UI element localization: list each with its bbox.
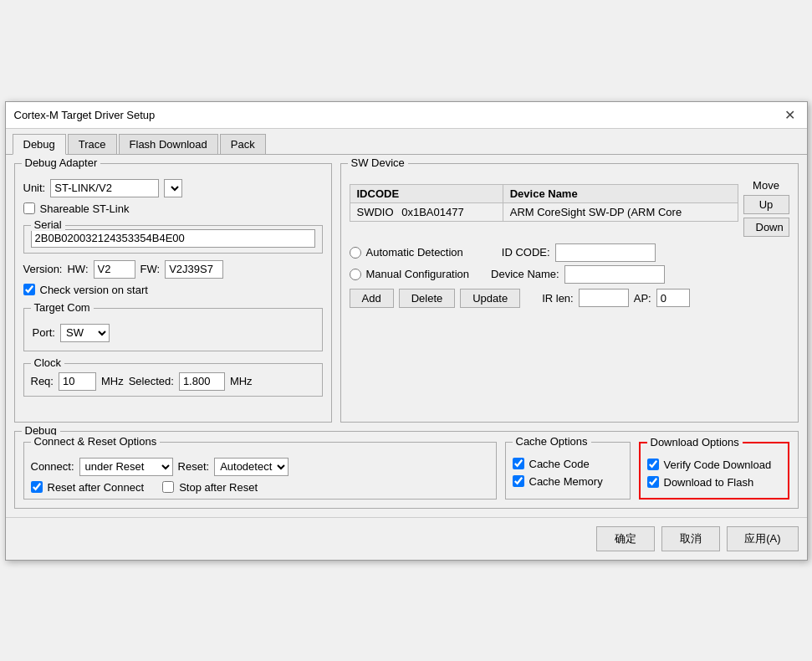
- unit-input[interactable]: [50, 179, 159, 197]
- tab-bar: Debug Trace Flash Download Pack: [6, 129, 807, 155]
- sw-device-group: SW Device IDCODE Device Name: [340, 163, 799, 423]
- connect-reset-group: Connect & Reset Options Connect: under R…: [23, 442, 497, 500]
- verify-checkbox[interactable]: [647, 459, 659, 470]
- ok-button[interactable]: 确定: [596, 526, 655, 551]
- clock-label: Clock: [31, 356, 65, 369]
- cancel-button[interactable]: 取消: [661, 526, 720, 551]
- check-version-row: Check version on start: [23, 284, 323, 296]
- close-button[interactable]: ✕: [781, 107, 799, 123]
- port-row: Port: SW JTAG: [33, 324, 314, 342]
- sw-device-table: IDCODE Device Name SWDIO 0x1BA01477: [350, 184, 738, 222]
- download-options-label: Download Options: [647, 436, 743, 448]
- auto-detect-label: Automatic Detection: [366, 246, 463, 259]
- update-button[interactable]: Update: [460, 289, 520, 308]
- target-com-label: Target Com: [31, 301, 94, 314]
- clock-row: Req: MHz Selected: MHz: [31, 372, 315, 391]
- detection-section: Automatic Detection ID CODE: Manual Conf…: [350, 243, 789, 284]
- cache-memory-checkbox[interactable]: [513, 475, 524, 487]
- id-code-label: ID CODE:: [502, 246, 550, 259]
- fw-label: FW:: [140, 263, 161, 275]
- cache-options-label: Cache Options: [513, 435, 591, 448]
- up-button[interactable]: Up: [743, 195, 789, 214]
- verify-label: Verify Code Download: [664, 459, 772, 471]
- fw-input[interactable]: [165, 260, 223, 279]
- footer: 确定 取消 应用(A): [6, 517, 807, 560]
- shareable-label: Shareable ST-Link: [40, 202, 130, 215]
- hw-input[interactable]: [94, 260, 135, 279]
- tab-debug[interactable]: Debug: [13, 134, 66, 155]
- reset-label: Reset:: [178, 460, 210, 473]
- reset-select[interactable]: Autodetect Software Hardware: [214, 458, 289, 476]
- unit-dropdown[interactable]: ▼: [164, 179, 182, 197]
- stop-after-label: Stop after Reset: [179, 481, 258, 494]
- unit-label: Unit:: [23, 182, 46, 194]
- reset-after-row: Reset after Connect Stop after Reset: [31, 481, 489, 494]
- stop-after-checkbox[interactable]: [162, 481, 174, 493]
- main-content: Debug Adapter Unit: ▼ Shareable ST-Link …: [6, 155, 807, 517]
- id-code-input[interactable]: [555, 243, 656, 262]
- check-version-label: Check version on start: [40, 284, 148, 296]
- selected-label: Selected:: [129, 375, 174, 387]
- verify-row: Verify Code Download: [647, 459, 781, 471]
- connect-reset-label: Connect & Reset Options: [31, 435, 161, 448]
- version-label: Version:: [23, 263, 63, 275]
- check-version-checkbox[interactable]: [23, 284, 35, 295]
- main-window: Cortex-M Target Driver Setup ✕ Debug Tra…: [5, 101, 808, 561]
- idcode-value: 0x1BA01477: [401, 206, 463, 218]
- apply-button[interactable]: 应用(A): [727, 526, 798, 551]
- down-button[interactable]: Down: [743, 218, 789, 237]
- debug-section: Debug Connect & Reset Options Connect: u…: [14, 431, 799, 509]
- cache-code-checkbox[interactable]: [513, 458, 524, 469]
- debug-bottom-inner: Connect & Reset Options Connect: under R…: [23, 442, 789, 500]
- selected-input[interactable]: [179, 372, 225, 391]
- port-select[interactable]: SW JTAG: [60, 324, 110, 342]
- device-name-value: ARM CoreSight SW-DP (ARM Core: [503, 202, 738, 221]
- clock-group: Clock Req: MHz Selected: MHz: [23, 363, 323, 397]
- serial-label: Serial: [31, 218, 65, 231]
- sw-move-section: Move Up Down: [743, 179, 789, 237]
- reset-after-checkbox[interactable]: [31, 481, 43, 493]
- connect-select[interactable]: under Reset Normal with Pre-Reset: [79, 458, 173, 476]
- add-button[interactable]: Add: [350, 289, 394, 308]
- tab-pack[interactable]: Pack: [220, 134, 266, 154]
- sw-device-inner: IDCODE Device Name SWDIO 0x1BA01477: [350, 179, 789, 237]
- col-device-name: Device Name: [503, 184, 738, 202]
- cache-code-label: Cache Code: [529, 458, 590, 470]
- cache-memory-row: Cache Memory: [513, 475, 623, 488]
- download-options-group: Download Options Verify Code Download Do…: [639, 442, 789, 500]
- col-idcode: IDCODE: [350, 184, 503, 202]
- unit-row: Unit: ▼: [23, 179, 323, 197]
- cache-code-row: Cache Code: [513, 458, 623, 470]
- req-input[interactable]: [59, 372, 96, 391]
- sw-table-container: IDCODE Device Name SWDIO 0x1BA01477: [350, 179, 738, 222]
- auto-detect-radio[interactable]: [350, 247, 361, 259]
- serial-input[interactable]: [31, 229, 315, 248]
- manual-config-radio[interactable]: [350, 269, 361, 280]
- tab-trace[interactable]: Trace: [68, 134, 117, 154]
- swdio-label: SWDIO: [357, 206, 394, 218]
- window-title: Cortex-M Target Driver Setup: [14, 109, 156, 121]
- auto-detect-row: Automatic Detection ID CODE:: [350, 243, 789, 262]
- ap-input[interactable]: [656, 289, 690, 307]
- delete-button[interactable]: Delete: [399, 289, 456, 308]
- connect-row: Connect: under Reset Normal with Pre-Res…: [31, 458, 489, 476]
- debug-adapter-group: Debug Adapter Unit: ▼ Shareable ST-Link …: [14, 163, 332, 423]
- add-delete-row: Add Delete Update IR len: AP:: [350, 289, 789, 308]
- table-row: SWDIO 0x1BA01477 ARM CoreSight SW-DP (AR…: [350, 202, 738, 221]
- ap-label: AP:: [634, 292, 651, 305]
- move-label: Move: [753, 179, 779, 192]
- serial-group: Serial: [23, 225, 323, 254]
- hw-label: HW:: [67, 263, 88, 275]
- port-label: Port:: [33, 326, 55, 339]
- shareable-row: Shareable ST-Link: [23, 202, 323, 215]
- manual-config-label: Manual Configuration: [366, 268, 470, 280]
- download-to-flash-checkbox[interactable]: [647, 476, 659, 488]
- device-name-input[interactable]: [564, 265, 665, 284]
- manual-config-row: Manual Configuration Device Name:: [350, 265, 789, 284]
- top-section: Debug Adapter Unit: ▼ Shareable ST-Link …: [14, 163, 799, 423]
- ir-len-input[interactable]: [579, 289, 629, 307]
- shareable-checkbox[interactable]: [23, 202, 35, 214]
- tab-flash-download[interactable]: Flash Download: [119, 134, 218, 154]
- title-bar: Cortex-M Target Driver Setup ✕: [6, 102, 807, 129]
- ir-len-label: IR len:: [542, 292, 574, 305]
